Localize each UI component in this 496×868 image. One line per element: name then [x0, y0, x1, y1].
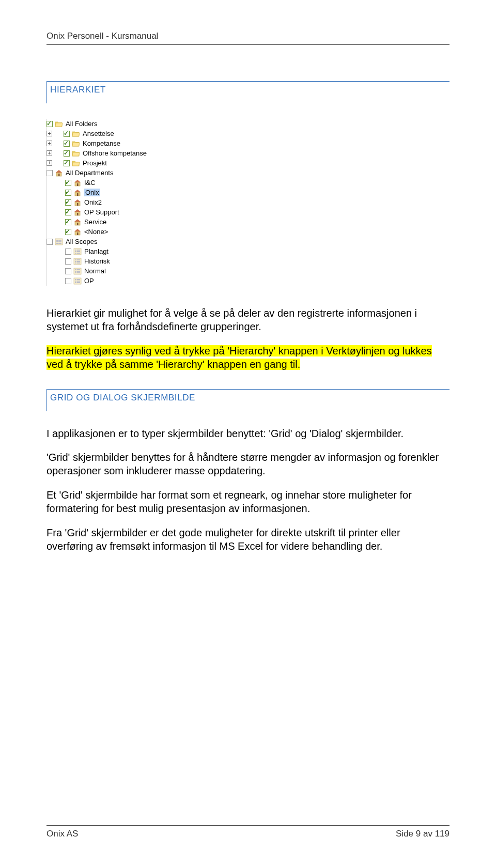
checkbox[interactable] — [64, 160, 70, 166]
checkbox[interactable] — [64, 141, 70, 147]
tree-node[interactable]: Planlagt — [47, 246, 191, 256]
tree-node-label: Prosjekt — [83, 159, 107, 167]
checkbox[interactable] — [47, 170, 53, 176]
hierarchy-tree: All Folders+Ansettelse+Kompetanse+Offsho… — [47, 119, 191, 286]
tree-node-label: Offshore kompetanse — [83, 149, 147, 157]
checkbox[interactable] — [65, 190, 71, 196]
tree-node-label: Kompetanse — [83, 140, 120, 147]
checkbox[interactable] — [65, 249, 71, 255]
tree-node-label: Onix — [84, 189, 100, 196]
tree-node-label: Normal — [84, 267, 106, 275]
header-title: Onix Personell - Kursmanual — [47, 31, 450, 44]
tree-node[interactable]: All Departments — [47, 168, 191, 178]
footer-right: Side 9 av 119 — [396, 829, 450, 839]
house-icon — [54, 169, 63, 177]
checkbox[interactable] — [65, 258, 71, 265]
tree-node-label: I&C — [84, 179, 96, 187]
house-icon — [73, 189, 82, 196]
tree-node[interactable]: OP — [47, 276, 191, 286]
expand-icon[interactable]: + — [47, 150, 52, 156]
paragraph-3: I applikasjonen er to typer skjermbilder… — [47, 427, 450, 440]
section-heading-hierarkiet: HIERARKIET — [47, 81, 450, 103]
tree-node[interactable]: +Kompetanse — [47, 138, 191, 148]
expand-icon[interactable]: + — [47, 141, 52, 146]
tree-node-label: All Folders — [66, 120, 97, 128]
tree-node[interactable]: +Prosjekt — [47, 158, 191, 168]
tree-node[interactable]: <None> — [47, 227, 191, 237]
page-header: Onix Personell - Kursmanual — [47, 31, 450, 45]
tree-node[interactable]: Onix2 — [47, 197, 191, 207]
checkbox[interactable] — [65, 268, 71, 274]
tree-node-label: All Departments — [66, 169, 113, 177]
checkbox[interactable] — [47, 121, 53, 127]
tree-node[interactable]: I&C — [47, 178, 191, 188]
tree-node-label: Planlagt — [84, 247, 109, 255]
tree-node-label: OP — [84, 277, 94, 285]
tree-node[interactable]: +Offshore kompetanse — [47, 148, 191, 158]
list-icon — [73, 247, 82, 255]
list-icon — [73, 267, 82, 275]
header-rule — [47, 44, 450, 45]
paragraph-2-highlighted: Hierarkiet gjøres synlig ved å trykke på… — [47, 344, 450, 371]
paragraph-5: Et 'Grid' skjermbilde har format som et … — [47, 488, 450, 516]
highlight-text: Hierarkiet gjøres synlig ved å trykke på… — [47, 345, 432, 370]
paragraph-4: 'Grid' skjermbilder benyttes for å håndt… — [47, 451, 450, 478]
tree-node[interactable]: Service — [47, 217, 191, 227]
checkbox[interactable] — [64, 131, 70, 137]
tree-node[interactable]: All Folders — [47, 119, 191, 129]
tree-node[interactable]: +Ansettelse — [47, 129, 191, 138]
folder-icon — [71, 149, 80, 157]
checkbox[interactable] — [65, 278, 71, 284]
tree-node[interactable]: OP Support — [47, 207, 191, 217]
paragraph-6: Fra 'Grid' skjermbilder er det gode muli… — [47, 526, 450, 553]
folder-icon — [71, 130, 80, 137]
footer-left: Onix AS — [47, 829, 78, 839]
folder-icon — [71, 159, 80, 167]
checkbox[interactable] — [65, 219, 71, 225]
house-icon — [73, 218, 82, 226]
house-icon — [73, 228, 82, 236]
checkbox[interactable] — [65, 229, 71, 235]
folder-icon — [71, 140, 80, 147]
expand-icon[interactable]: + — [47, 160, 52, 166]
house-icon — [73, 198, 82, 206]
checkbox[interactable] — [64, 150, 70, 157]
tree-node-label: OP Support — [84, 208, 119, 216]
checkbox[interactable] — [65, 209, 71, 215]
expand-icon[interactable]: + — [47, 131, 52, 136]
tree-node-label: Service — [84, 218, 106, 226]
tree-node-label: Onix2 — [84, 198, 102, 206]
tree-node-label: <None> — [84, 228, 108, 236]
tree-node-label: Ansettelse — [83, 130, 114, 137]
folder-icon — [54, 120, 63, 128]
list-icon — [73, 257, 82, 265]
checkbox[interactable] — [65, 180, 71, 186]
list-icon — [73, 277, 82, 285]
house-icon — [73, 208, 82, 216]
tree-node-label: Historisk — [84, 257, 110, 265]
paragraph-1: Hierarkiet gir mulighet for å velge å se… — [47, 306, 450, 334]
list-icon — [54, 238, 63, 245]
checkbox[interactable] — [47, 239, 53, 245]
section-heading-grid-dialog: GRID OG DIALOG SKJERMBILDE — [47, 389, 450, 411]
footer-rule — [47, 825, 450, 826]
tree-node[interactable]: Normal — [47, 266, 191, 276]
page-footer: Onix AS Side 9 av 119 — [47, 825, 450, 839]
checkbox[interactable] — [65, 199, 71, 206]
tree-node[interactable]: Historisk — [47, 256, 191, 266]
tree-node[interactable]: Onix — [47, 188, 191, 197]
tree-node[interactable]: All Scopes — [47, 237, 191, 246]
tree-node-label: All Scopes — [66, 238, 97, 245]
house-icon — [73, 179, 82, 187]
